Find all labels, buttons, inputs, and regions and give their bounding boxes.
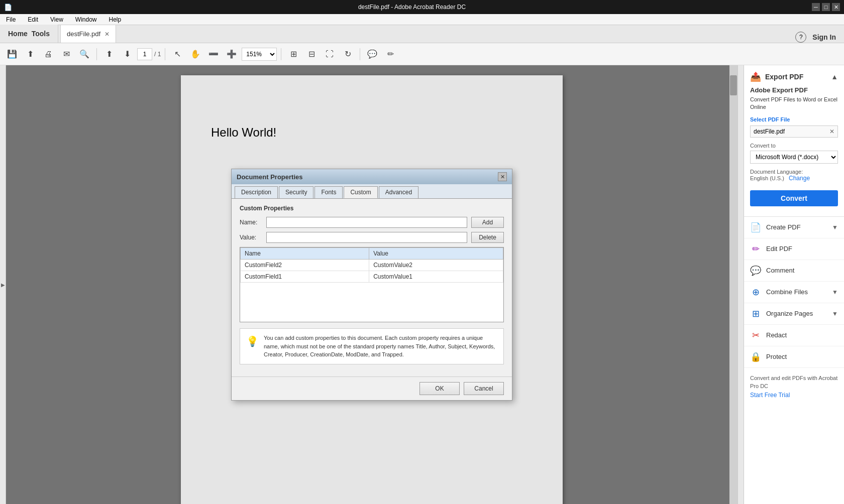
properties-table: Name Value CustomField2 CustomValue2 bbox=[240, 247, 503, 283]
dialog-close-button[interactable]: ✕ bbox=[498, 172, 507, 181]
properties-table-container[interactable]: Name Value CustomField2 CustomValue2 bbox=[240, 247, 504, 322]
combine-files-expand-icon: ▼ bbox=[832, 289, 838, 296]
comment-tool-button[interactable]: 💬 bbox=[364, 46, 380, 62]
dialog-tab-custom[interactable]: Custom bbox=[344, 186, 377, 198]
dialog-tab-description[interactable]: Description bbox=[235, 186, 278, 198]
page-count: / 1 bbox=[154, 51, 161, 58]
panel-tool-protect[interactable]: 🔒 Protect bbox=[744, 346, 844, 368]
dialog-title-bar: Document Properties ✕ bbox=[232, 169, 512, 184]
rotate-button[interactable]: ↻ bbox=[340, 46, 356, 62]
document-properties-dialog: Document Properties ✕ Description Securi… bbox=[231, 169, 512, 401]
ok-button[interactable]: OK bbox=[419, 382, 460, 395]
save-button[interactable]: 💾 bbox=[4, 46, 20, 62]
select-tool-button[interactable]: ↖ bbox=[169, 46, 185, 62]
edit-pdf-label: Edit PDF bbox=[766, 245, 838, 253]
menu-file[interactable]: File bbox=[4, 15, 18, 24]
title-bar: 📄 destFile.pdf - Adobe Acrobat Reader DC… bbox=[0, 0, 844, 14]
page-number-input[interactable] bbox=[137, 48, 152, 60]
pdf-file-input: destFile.pdf ✕ bbox=[750, 125, 838, 138]
fit-page-button[interactable]: ⊞ bbox=[285, 46, 301, 62]
clear-file-button[interactable]: ✕ bbox=[829, 128, 834, 135]
dialog-tab-security[interactable]: Security bbox=[279, 186, 313, 198]
maximize-button[interactable]: □ bbox=[822, 3, 830, 11]
panel-footer: Convert and edit PDFs with Acrobat Pro D… bbox=[744, 368, 844, 406]
name-field-input[interactable] bbox=[266, 217, 467, 228]
dialog-tab-advanced[interactable]: Advanced bbox=[379, 186, 418, 198]
export-pdf-collapse-icon[interactable]: ▲ bbox=[831, 73, 838, 81]
search-button[interactable]: 🔍 bbox=[76, 46, 92, 62]
zoom-select[interactable]: 151% 100% 75% 50% bbox=[242, 48, 277, 61]
create-pdf-label: Create PDF bbox=[766, 223, 827, 231]
help-button[interactable]: ? bbox=[795, 32, 806, 43]
value-field-input[interactable] bbox=[266, 232, 467, 243]
fit-width-button[interactable]: ⊟ bbox=[303, 46, 320, 62]
dialog-footer: OK Cancel bbox=[232, 376, 512, 400]
email-button[interactable]: ✉ bbox=[58, 46, 74, 62]
organize-pages-expand-icon: ▼ bbox=[832, 310, 838, 317]
toolbar-separator-4 bbox=[360, 48, 360, 60]
tab-file[interactable]: destFile.pdf ✕ bbox=[60, 25, 116, 43]
minimize-button[interactable]: ─ bbox=[812, 3, 820, 11]
zoom-out-button[interactable]: ➖ bbox=[205, 46, 222, 62]
close-window-button[interactable]: ✕ bbox=[832, 3, 840, 11]
tab-home[interactable]: Home Tools bbox=[0, 25, 58, 43]
upload-button[interactable]: ⬆ bbox=[22, 46, 38, 62]
start-free-trial-link[interactable]: Start Free Trial bbox=[750, 392, 790, 399]
comment-label: Comment bbox=[766, 267, 838, 274]
sign-in-button[interactable]: Sign In bbox=[812, 33, 836, 41]
print-button[interactable]: 🖨 bbox=[40, 46, 56, 62]
panel-tool-combine-files[interactable]: ⊕ Combine Files ▼ bbox=[744, 282, 844, 303]
add-button[interactable]: Add bbox=[471, 217, 504, 228]
convert-button[interactable]: Convert bbox=[750, 190, 838, 206]
left-panel-collapse[interactable]: ▶ bbox=[0, 65, 6, 504]
menu-edit[interactable]: Edit bbox=[26, 15, 40, 24]
right-panel-scrollbar[interactable] bbox=[737, 65, 744, 504]
zoom-in-button[interactable]: ➕ bbox=[224, 46, 240, 62]
adobe-export-copy: Convert PDF Files to Word or Excel Onlin… bbox=[750, 96, 838, 111]
delete-button[interactable]: Delete bbox=[471, 232, 504, 243]
export-pdf-icon: 📤 bbox=[750, 71, 761, 82]
full-screen-button[interactable]: ⛶ bbox=[322, 46, 338, 62]
organize-pages-icon: ⊞ bbox=[750, 308, 761, 319]
panel-tool-edit-pdf[interactable]: ✏ Edit PDF bbox=[744, 238, 844, 260]
next-page-button[interactable]: ⬇ bbox=[119, 46, 135, 62]
toolbar-separator-1 bbox=[96, 48, 97, 60]
col-name-header: Name bbox=[241, 248, 369, 260]
menu-help[interactable]: Help bbox=[107, 15, 124, 24]
name-field-row: Name: Add bbox=[240, 217, 504, 228]
markup-tool-button[interactable]: ✏ bbox=[382, 46, 398, 62]
doc-lang-value: English (U.S.) bbox=[750, 175, 784, 181]
convert-to-select[interactable]: Microsoft Word (*.docx) bbox=[750, 151, 838, 164]
convert-to-label: Convert to bbox=[750, 143, 838, 149]
menu-window[interactable]: Window bbox=[73, 15, 99, 24]
panel-tool-create-pdf[interactable]: 📄 Create PDF ▼ bbox=[744, 217, 844, 238]
toolbar: 💾 ⬆ 🖨 ✉ 🔍 ⬆ ⬇ / 1 ↖ ✋ ➖ ➕ 151% 100% 75% … bbox=[0, 43, 844, 65]
create-pdf-icon: 📄 bbox=[750, 222, 761, 233]
redact-label: Redact bbox=[766, 331, 838, 339]
panel-tool-redact[interactable]: ✂ Redact bbox=[744, 325, 844, 346]
hand-tool-button[interactable]: ✋ bbox=[187, 46, 203, 62]
info-text: You can add custom properties to this do… bbox=[264, 334, 497, 359]
export-pdf-header: 📤 Export PDF ▲ bbox=[750, 71, 838, 82]
protect-label: Protect bbox=[766, 353, 838, 360]
select-pdf-label: Select PDF File bbox=[750, 116, 838, 122]
panel-tool-comment[interactable]: 💬 Comment bbox=[744, 260, 844, 282]
tab-close-button[interactable]: ✕ bbox=[104, 31, 110, 38]
create-pdf-expand-icon: ▼ bbox=[832, 224, 838, 231]
dialog-title: Document Properties bbox=[237, 173, 302, 181]
table-row[interactable]: CustomField2 CustomValue2 bbox=[241, 260, 503, 271]
change-lang-link[interactable]: Change bbox=[789, 175, 810, 182]
menu-view[interactable]: View bbox=[48, 15, 65, 24]
panel-tool-organize-pages[interactable]: ⊞ Organize Pages ▼ bbox=[744, 303, 844, 325]
doc-lang-label: Document Language: English (U.S.) Change bbox=[750, 169, 838, 182]
dialog-tab-fonts[interactable]: Fonts bbox=[314, 186, 343, 198]
protect-icon: 🔒 bbox=[750, 351, 761, 362]
row-2-name: CustomField1 bbox=[241, 271, 369, 283]
dialog-tabs: Description Security Fonts Custom Advanc… bbox=[232, 184, 512, 199]
prev-page-button[interactable]: ⬆ bbox=[101, 46, 117, 62]
comment-icon: 💬 bbox=[750, 265, 761, 276]
table-row[interactable]: CustomField1 CustomValue1 bbox=[241, 271, 503, 283]
cancel-button[interactable]: Cancel bbox=[464, 382, 504, 395]
edit-pdf-icon: ✏ bbox=[750, 243, 761, 255]
selected-file-name: destFile.pdf bbox=[754, 128, 785, 135]
